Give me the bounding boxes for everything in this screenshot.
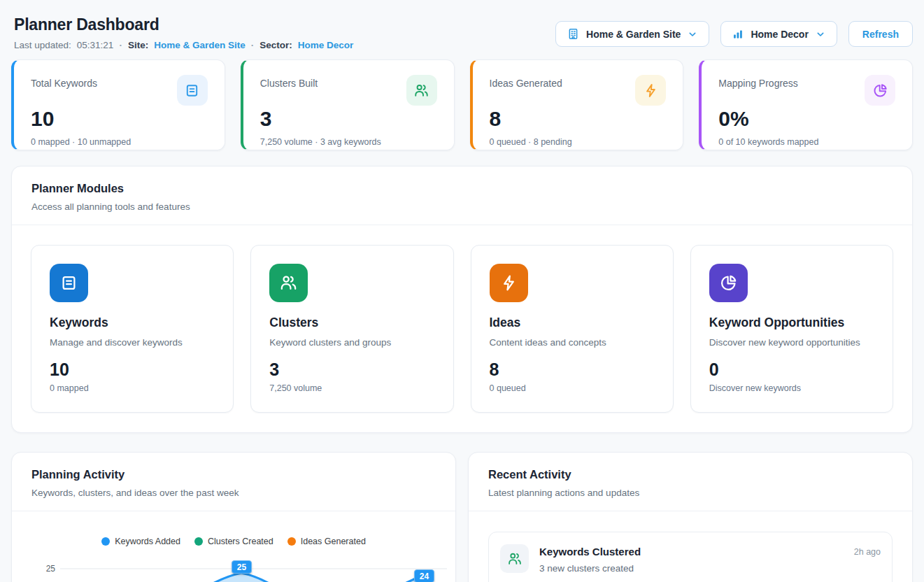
chevron-down-icon (687, 29, 698, 40)
users-icon (500, 544, 529, 573)
module-description: Discover new keyword opportunities (709, 337, 874, 348)
stats-row: Total Keywords 10 0 mapped · 10 unmapped… (11, 59, 913, 150)
stat-card-total-keywords: Total Keywords 10 0 mapped · 10 unmapped (11, 59, 225, 150)
pie-chart-icon (709, 264, 748, 302)
module-subtitle: 0 queued (490, 383, 655, 393)
module-title: Keywords (50, 315, 215, 330)
activity-title: Keywords Clustered (539, 544, 641, 558)
module-value: 8 (490, 360, 655, 380)
recent-activity-panel: Recent Activity Latest planning actions … (468, 452, 913, 582)
page-title: Planner Dashboard (11, 15, 353, 34)
module-card-ideas[interactable]: Ideas Content ideas and concepts 8 0 que… (471, 245, 674, 413)
planner-modules-section: Planner Modules Access all planning tool… (11, 166, 913, 433)
last-updated-time: 05:31:21 (77, 40, 114, 50)
stat-card-mapping-progress: Mapping Progress 0% 0 of 10 keywords map… (699, 59, 913, 150)
stat-card-clusters-built: Clusters Built 3 7,250 volume · 3 avg ke… (241, 59, 455, 150)
module-card-keywords[interactable]: Keywords Manage and discover keywords 10… (31, 245, 234, 413)
lightning-icon (635, 75, 666, 106)
panel-title: Planning Activity (31, 468, 436, 481)
module-value: 0 (709, 360, 874, 380)
stat-subtitle: 0 queued · 8 pending (490, 137, 667, 147)
module-description: Keyword clusters and groups (269, 337, 434, 348)
module-subtitle: 0 mapped (50, 383, 215, 393)
bottom-row: Planning Activity Keywords, clusters, an… (11, 452, 913, 582)
stat-value: 3 (260, 107, 437, 131)
stat-card-ideas-generated: Ideas Generated 8 0 queued · 8 pending (470, 59, 684, 150)
planning-activity-chart: Keywords Added Clusters Created Ideas Ge… (12, 511, 455, 582)
stat-title: Clusters Built (260, 75, 318, 89)
topbar-left: Planner Dashboard Last updated: 05:31:21… (11, 15, 353, 50)
stat-value: 0% (718, 107, 895, 131)
stat-value: 8 (490, 107, 667, 131)
separator-dot: · (119, 40, 122, 50)
topbar: Planner Dashboard Last updated: 05:31:21… (11, 0, 913, 50)
topbar-actions: Home & Garden Site Home Decor (555, 21, 913, 47)
sector-link[interactable]: Home Decor (298, 40, 354, 50)
stat-subtitle: 7,250 volume · 3 avg keywords (260, 137, 437, 147)
header-meta: Last updated: 05:31:21 · Site: Home & Ga… (11, 40, 353, 50)
panel-subtitle: Keywords, clusters, and ideas over the p… (31, 488, 436, 498)
sector-selector-label: Home Decor (751, 29, 808, 40)
sector-selector-dropdown[interactable]: Home Decor (720, 21, 837, 47)
section-subtitle: Access all planning tools and features (31, 201, 893, 212)
refresh-button[interactable]: Refresh (848, 21, 913, 47)
planner-dashboard-page: Planner Dashboard Last updated: 05:31:21… (0, 0, 924, 582)
module-title: Clusters (269, 315, 434, 330)
module-card-clusters[interactable]: Clusters Keyword clusters and groups 3 7… (250, 245, 453, 413)
section-title: Planner Modules (31, 182, 893, 195)
chevron-down-icon (815, 29, 826, 40)
activity-subtitle: 3 new clusters created (539, 563, 641, 574)
data-label-badge: 25 (232, 560, 252, 574)
site-selector-dropdown[interactable]: Home & Garden Site (555, 21, 709, 47)
sector-label: Sector: (260, 40, 292, 50)
panel-subtitle: Latest planning actions and updates (488, 488, 893, 498)
stat-title: Mapping Progress (718, 75, 798, 89)
module-title: Keyword Opportunities (709, 315, 874, 330)
stat-title: Ideas Generated (490, 75, 562, 89)
activity-item-keywords-clustered: Keywords Clustered 3 new clusters create… (488, 532, 893, 582)
stat-subtitle: 0 mapped · 10 unmapped (31, 137, 208, 147)
site-link[interactable]: Home & Garden Site (154, 40, 246, 50)
site-label: Site: (128, 40, 148, 50)
module-description: Content ideas and concepts (490, 337, 655, 348)
separator-dot: · (251, 40, 255, 50)
document-icon (50, 264, 88, 302)
module-subtitle: Discover new keywords (709, 383, 874, 393)
document-icon (177, 75, 208, 106)
module-value: 3 (269, 360, 434, 380)
users-icon (269, 264, 308, 302)
planning-activity-panel: Planning Activity Keywords, clusters, an… (11, 452, 456, 582)
stat-title: Total Keywords (31, 75, 97, 89)
building-icon (567, 27, 580, 41)
module-card-keyword-opportunities[interactable]: Keyword Opportunities Discover new keywo… (690, 245, 893, 413)
pie-chart-icon (865, 75, 895, 106)
bar-chart-icon (732, 28, 744, 41)
module-title: Ideas (490, 315, 655, 330)
panel-title: Recent Activity (488, 468, 893, 481)
stat-subtitle: 0 of 10 keywords mapped (718, 137, 895, 147)
module-value: 10 (50, 360, 215, 380)
activity-timestamp: 2h ago (854, 544, 881, 557)
module-subtitle: 7,250 volume (269, 383, 434, 393)
last-updated-label: Last updated: (14, 40, 71, 50)
site-selector-label: Home & Garden Site (586, 29, 681, 40)
module-description: Manage and discover keywords (50, 337, 215, 348)
users-icon (406, 75, 437, 106)
data-label-badge: 24 (414, 569, 434, 582)
lightning-icon (490, 264, 528, 302)
modules-grid: Keywords Manage and discover keywords 10… (12, 225, 912, 432)
stat-value: 10 (31, 107, 208, 131)
activity-text: Keywords Clustered 3 new clusters create… (539, 544, 641, 574)
divider (469, 511, 912, 511)
